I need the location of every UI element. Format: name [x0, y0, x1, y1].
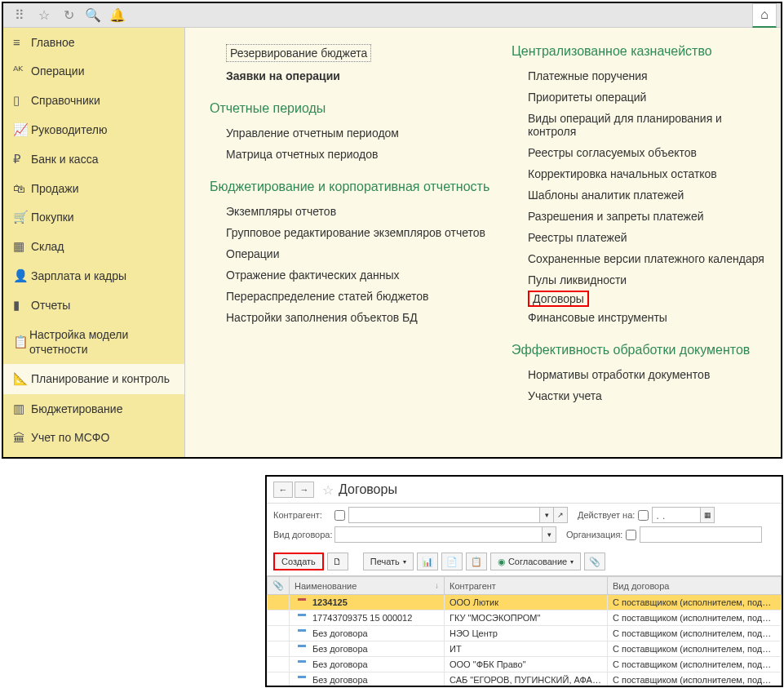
print-button[interactable]: Печать▾ [363, 553, 414, 570]
sidebar-item-label: Операции [31, 64, 85, 78]
nav-link[interactable]: Экземпляры отчетов [226, 201, 512, 222]
sidebar-item-8[interactable]: 👤Зарплата и кадры [3, 261, 184, 291]
plan-icon: 📐 [13, 371, 31, 386]
nav-link[interactable]: Настройки заполнения объектов БД [226, 307, 512, 328]
sidebar-item-0[interactable]: ≡Главное [3, 28, 184, 56]
section-head[interactable]: Бюджетирование и корпоративная отчетност… [210, 180, 512, 194]
table-row[interactable]: 1234125ООО ЛютикС поставщиком (исполните… [268, 595, 782, 610]
sidebar-item-9[interactable]: ▮Отчеты [3, 291, 184, 320]
tool-icon-3[interactable]: 📋 [466, 553, 487, 570]
history-icon[interactable]: ↻ [56, 3, 81, 28]
sidebar-item-7[interactable]: ▦Склад [3, 232, 184, 261]
sidebar-item-4[interactable]: ₽Банк и касса [3, 144, 184, 174]
table-row[interactable]: 17743709375 15 000012ГКУ "МОСЭКОПРОМ"С п… [268, 610, 782, 626]
kontragent-dropdown[interactable]: ▾ [539, 507, 554, 523]
vid-input[interactable] [334, 526, 543, 543]
org-label: Организация: [566, 530, 622, 539]
nav-link[interactable]: Перераспределение статей бюджетов [226, 286, 512, 307]
deistvuet-label: Действует на: [578, 510, 635, 520]
nav-link[interactable]: Пулы ликвидности [528, 269, 773, 291]
forward-button[interactable]: → [295, 482, 314, 498]
nav-link[interactable]: Сохраненные версии платежного календаря [528, 248, 773, 269]
nav-link[interactable]: Групповое редактирование экземпляров отч… [226, 222, 512, 243]
nav-link[interactable]: Финансовые инструменты [528, 307, 773, 328]
section-head[interactable]: Отчетные периоды [210, 101, 512, 116]
sidebar-item-5[interactable]: 🛍Продажи [3, 174, 184, 202]
sidebar-item-11[interactable]: 📐Планирование и контроль [3, 364, 184, 393]
data-grid: 📎 Наименование↓ Контрагент Вид договора … [267, 575, 782, 686]
approval-button[interactable]: ◉ Согласование▾ [490, 553, 581, 570]
apps-icon[interactable]: ⠿ [7, 3, 32, 28]
copy-button[interactable]: 🗋 [327, 553, 348, 570]
nav-link[interactable]: Разрешения и запреты платежей [528, 206, 773, 227]
vid-label: Вид договора: [273, 530, 334, 539]
sidebar-item-label: Справочники [31, 94, 100, 107]
nav-link[interactable]: Управление отчетным периодом [226, 122, 512, 144]
nav-link[interactable]: Нормативы отработки документов [528, 364, 773, 385]
nav-link-contracts[interactable]: Договоры [528, 291, 589, 307]
kontragent-open[interactable]: ↗ [553, 507, 568, 523]
vid-dropdown[interactable]: ▾ [542, 526, 556, 543]
msfo-icon: 🏛 [13, 431, 31, 445]
back-button[interactable]: ← [273, 482, 293, 498]
nav-link[interactable]: Реестры согласуемых объектов [528, 142, 773, 163]
org-checkbox[interactable] [626, 530, 636, 540]
sidebar-item-12[interactable]: ▥Бюджетирование [3, 394, 184, 424]
nav-link[interactable]: Заявки на операции [226, 65, 512, 87]
sidebar-item-1[interactable]: ᴬᴷОперации [3, 56, 184, 86]
table-row[interactable]: Без договораООО "ФБК Право"С поставщиком… [268, 657, 782, 672]
table-row[interactable]: Без договораСАБ "ЕГОРОВ, ПУГИНСКИЙ, АФАН… [268, 672, 782, 686]
section-head[interactable]: Эффективность обработки документов [512, 343, 773, 357]
col-name[interactable]: Наименование↓ [290, 577, 445, 595]
table-row[interactable]: Без договораИТС поставщиком (исполнителе… [268, 641, 782, 657]
tool-icon-2[interactable]: 📄 [441, 553, 463, 570]
toolbar: Создать 🗋 Печать▾ 📊 📄 📋 ◉ Согласование▾ … [267, 549, 782, 575]
deistvuet-checkbox[interactable] [638, 510, 649, 521]
sidebar-item-3[interactable]: 📈Руководителю [3, 115, 184, 144]
nav-link[interactable]: Шаблоны аналитик платежей [528, 184, 773, 206]
bell-icon[interactable]: 🔔 [105, 3, 130, 28]
create-button[interactable]: Создать [273, 553, 324, 570]
sidebar-item-label: Склад [31, 240, 64, 253]
section-head[interactable]: Централизованное казначейство [512, 44, 773, 59]
nav-link[interactable]: Корректировка начальных остатков [528, 163, 773, 184]
kontragent-checkbox[interactable] [334, 510, 345, 521]
calendar-icon[interactable]: ▦ [700, 507, 715, 523]
favorite-icon[interactable]: ☆ [322, 482, 334, 498]
sidebar-item-10[interactable]: 📋Настройка модели отчетности [3, 320, 184, 364]
col-vid[interactable]: Вид договора [608, 577, 782, 595]
date-input[interactable] [652, 507, 701, 523]
home-icon[interactable]: ⌂ [752, 3, 777, 28]
bars-icon: ▮ [13, 298, 31, 313]
nav-link[interactable]: Виды операций для планирования и контрол… [528, 108, 773, 142]
content-area: Резервирование бюджетаЗаявки на операции… [185, 28, 781, 457]
attach-button[interactable]: 📎 [584, 553, 605, 570]
sidebar-item-6[interactable]: 🛒Покупки [3, 202, 184, 232]
sidebar-item-13[interactable]: 🏛Учет по МСФО [3, 424, 184, 452]
nav-link[interactable]: Матрица отчетных периодов [226, 144, 512, 165]
topbar: ⠿ ☆ ↻ 🔍 🔔 ⌂ [3, 3, 781, 28]
cart-icon: 🛒 [13, 210, 31, 224]
main-window: ⠿ ☆ ↻ 🔍 🔔 ⌂ ≡ГлавноеᴬᴷОперации▯Справочни… [2, 2, 782, 459]
table-row[interactable]: Без договораНЭО ЦентрС поставщиком (испо… [268, 626, 782, 641]
search-icon[interactable]: 🔍 [81, 3, 105, 28]
sidebar-item-2[interactable]: ▯Справочники [3, 86, 184, 115]
kontragent-input[interactable] [348, 507, 540, 523]
sidebar-item-label: Учет по МСФО [31, 431, 109, 444]
nav-link[interactable]: Участки учета [528, 385, 773, 406]
nav-link[interactable]: Резервирование бюджета [226, 44, 371, 62]
person-icon: 👤 [13, 269, 31, 283]
org-input[interactable] [640, 526, 762, 543]
nav-link[interactable]: Операции [226, 243, 512, 264]
sidebar-item-label: Настройка модели отчетности [29, 327, 175, 357]
tool-icon-1[interactable]: 📊 [417, 553, 438, 570]
nav-link[interactable]: Приоритеты операций [528, 87, 773, 108]
star-icon[interactable]: ☆ [32, 3, 56, 28]
col-kontragent[interactable]: Контрагент [445, 577, 608, 595]
nav-link[interactable]: Реестры платежей [528, 227, 773, 248]
nav-link[interactable]: Платежные поручения [528, 65, 773, 87]
sidebar-item-label: Главное [31, 36, 75, 49]
col-attach[interactable]: 📎 [268, 577, 290, 595]
nav-link[interactable]: Отражение фактических данных [226, 264, 512, 286]
bag-icon: 🛍 [13, 181, 31, 195]
